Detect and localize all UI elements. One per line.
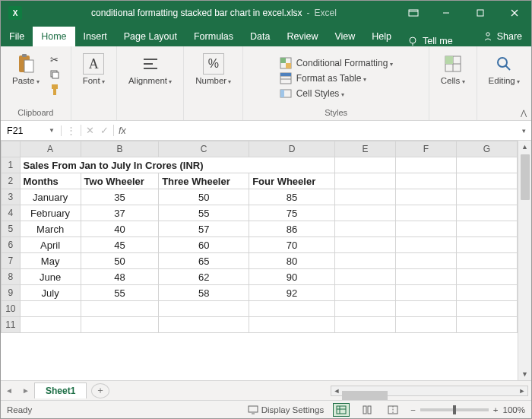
zoom-slider[interactable] xyxy=(420,408,489,411)
minimize-button[interactable] xyxy=(429,1,463,25)
row-header-7[interactable]: 7 xyxy=(2,253,21,269)
tab-data[interactable]: Data xyxy=(242,27,278,46)
cell-A7[interactable]: May xyxy=(20,253,81,269)
row-header-2[interactable]: 2 xyxy=(2,173,21,189)
cell-D9[interactable]: 92 xyxy=(249,285,335,301)
scroll-down-icon[interactable]: ▼ xyxy=(518,368,531,380)
editing-button[interactable]: Editing xyxy=(483,49,525,89)
cell-D6[interactable]: 70 xyxy=(249,237,335,253)
cell-B9[interactable]: 55 xyxy=(81,285,159,301)
cell-A1[interactable]: Sales From Jan to July In Crores (INR) xyxy=(20,157,334,173)
tell-me-search[interactable]: Tell me xyxy=(400,36,461,46)
row-header-5[interactable]: 5 xyxy=(2,221,21,237)
cancel-formula-button[interactable]: ✕ xyxy=(86,125,94,136)
tab-file[interactable]: File xyxy=(1,27,33,46)
sheet-nav-next[interactable]: ► xyxy=(17,386,34,395)
cell-D3[interactable]: 85 xyxy=(249,189,335,205)
expand-formula-bar-button[interactable]: ▾ xyxy=(516,127,531,135)
tab-insert[interactable]: Insert xyxy=(75,27,116,46)
cell-B6[interactable]: 45 xyxy=(81,237,159,253)
tab-view[interactable]: View xyxy=(326,27,363,46)
cell-F1[interactable] xyxy=(395,157,456,173)
cell-C5[interactable]: 57 xyxy=(159,221,249,237)
enter-formula-button[interactable]: ✓ xyxy=(100,125,109,136)
cell-B2[interactable]: Two Wheeler xyxy=(81,173,159,189)
format-as-table-button[interactable]: Format as Table xyxy=(277,71,369,85)
zoom-percent[interactable]: 100% xyxy=(503,405,525,414)
cut-button[interactable]: ✂ xyxy=(46,52,63,66)
scroll-right-icon[interactable]: ► xyxy=(517,387,527,395)
cell-B5[interactable]: 40 xyxy=(81,221,159,237)
alignment-button[interactable]: Alignment xyxy=(123,49,177,89)
display-settings-button[interactable]: Display Settings xyxy=(248,405,324,414)
close-button[interactable] xyxy=(497,1,531,25)
tab-review[interactable]: Review xyxy=(278,27,326,46)
maximize-button[interactable] xyxy=(463,1,497,25)
cell-A8[interactable]: June xyxy=(20,269,81,285)
copy-button[interactable] xyxy=(46,68,63,81)
sheet-tab-sheet1[interactable]: Sheet1 xyxy=(34,382,87,398)
cell-C8[interactable]: 62 xyxy=(159,269,249,285)
cell-B8[interactable]: 48 xyxy=(81,269,159,285)
col-header-C[interactable]: C xyxy=(159,141,249,157)
tab-help[interactable]: Help xyxy=(363,27,400,46)
cell-A2[interactable]: Months xyxy=(20,173,81,189)
cell-G2[interactable] xyxy=(456,173,517,189)
select-all-corner[interactable] xyxy=(2,141,21,157)
row-header-10[interactable]: 10 xyxy=(2,301,21,317)
cell-B4[interactable]: 37 xyxy=(81,205,159,221)
col-header-E[interactable]: E xyxy=(334,141,395,157)
cells-button[interactable]: Cells xyxy=(435,49,470,89)
cell-B7[interactable]: 50 xyxy=(81,253,159,269)
cell-D2[interactable]: Four Wheeler xyxy=(249,173,335,189)
cell-E1[interactable] xyxy=(334,157,395,173)
cell-F2[interactable] xyxy=(395,173,456,189)
zoom-out-button[interactable]: − xyxy=(410,405,416,414)
cell-A4[interactable]: February xyxy=(20,205,81,221)
cell-D7[interactable]: 80 xyxy=(249,253,335,269)
cell-A6[interactable]: April xyxy=(20,237,81,253)
collapse-ribbon-button[interactable]: ⋀ xyxy=(521,109,527,117)
col-header-B[interactable]: B xyxy=(81,141,159,157)
cell-A5[interactable]: March xyxy=(20,221,81,237)
cell-C6[interactable]: 60 xyxy=(159,237,249,253)
tab-home[interactable]: Home xyxy=(33,27,74,46)
cell-G1[interactable] xyxy=(456,157,517,173)
col-header-F[interactable]: F xyxy=(395,141,456,157)
vertical-scrollbar[interactable]: ▲ ▼ xyxy=(518,141,531,380)
ribbon-display-options-icon[interactable] xyxy=(398,1,429,25)
name-box-dropdown-icon[interactable]: ▼ xyxy=(49,127,55,134)
cell-B3[interactable]: 35 xyxy=(81,189,159,205)
hscroll-thumb[interactable] xyxy=(342,391,388,400)
font-button[interactable]: A Font xyxy=(78,49,110,89)
col-header-G[interactable]: G xyxy=(456,141,517,157)
zoom-slider-thumb[interactable] xyxy=(453,405,456,414)
tab-formulas[interactable]: Formulas xyxy=(185,27,242,46)
fx-icon[interactable]: fx xyxy=(114,125,131,136)
row-header-9[interactable]: 9 xyxy=(2,285,21,301)
tab-page-layout[interactable]: Page Layout xyxy=(116,27,185,46)
formula-input[interactable] xyxy=(131,125,516,136)
paste-button[interactable]: Paste xyxy=(7,49,45,100)
cell-D8[interactable]: 90 xyxy=(249,269,335,285)
cell-D5[interactable]: 86 xyxy=(249,221,335,237)
cell-A3[interactable]: January xyxy=(20,189,81,205)
zoom-in-button[interactable]: + xyxy=(493,405,499,414)
add-sheet-button[interactable]: ＋ xyxy=(91,383,109,398)
format-painter-button[interactable] xyxy=(46,83,63,97)
cell-C3[interactable]: 50 xyxy=(159,189,249,205)
scroll-left-icon[interactable]: ◄ xyxy=(331,387,342,395)
row-header-8[interactable]: 8 xyxy=(2,269,21,285)
cell-D4[interactable]: 75 xyxy=(249,205,335,221)
cell-styles-button[interactable]: Cell Styles xyxy=(277,87,347,100)
row-header-3[interactable]: 3 xyxy=(2,189,21,205)
cell-E2[interactable] xyxy=(334,173,395,189)
row-header-11[interactable]: 11 xyxy=(2,317,21,333)
scroll-up-icon[interactable]: ▲ xyxy=(518,141,531,153)
cell-C7[interactable]: 65 xyxy=(159,253,249,269)
cell-A9[interactable]: July xyxy=(20,285,81,301)
spreadsheet-grid[interactable]: A B C D E F G 1 Sales From Jan to July I… xyxy=(1,141,518,333)
cell-C4[interactable]: 55 xyxy=(159,205,249,221)
row-header-6[interactable]: 6 xyxy=(2,237,21,253)
cell-C9[interactable]: 58 xyxy=(159,285,249,301)
